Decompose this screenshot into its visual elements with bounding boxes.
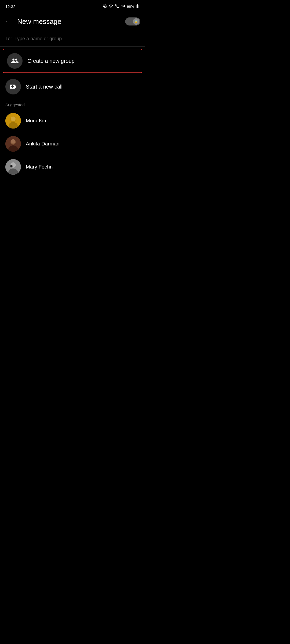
status-icons: 96% bbox=[102, 4, 140, 9]
lock-knob: 🔒 bbox=[133, 18, 139, 25]
contact-item-ankita-darman[interactable]: Ankita Darman bbox=[0, 132, 145, 155]
header-left: ← New message bbox=[5, 17, 61, 26]
svg-point-7 bbox=[11, 139, 15, 144]
start-call-button[interactable]: Start a new call bbox=[0, 75, 145, 98]
group-icon-circle bbox=[7, 53, 23, 69]
avatar-mora-kim bbox=[5, 113, 21, 129]
svg-point-12 bbox=[10, 165, 12, 167]
lock-toggle[interactable]: 🔒 bbox=[125, 17, 140, 25]
back-button[interactable]: ← bbox=[5, 17, 12, 26]
create-group-label: Create a new group bbox=[27, 58, 75, 64]
page-title: New message bbox=[17, 17, 61, 26]
recipient-input[interactable] bbox=[15, 36, 140, 42]
create-group-button[interactable]: Create a new group bbox=[3, 49, 142, 73]
header: ← New message 🔒 bbox=[0, 12, 145, 31]
mute-icon bbox=[102, 4, 107, 9]
contact-name-mora-kim: Mora Kim bbox=[26, 118, 48, 124]
to-label: To: bbox=[5, 36, 12, 42]
status-time: 12:32 bbox=[5, 4, 16, 9]
suggested-label: Suggested bbox=[0, 98, 145, 109]
to-field: To: bbox=[0, 31, 145, 47]
start-call-label: Start a new call bbox=[26, 84, 63, 90]
avatar-ankita-darman bbox=[5, 136, 21, 152]
video-call-icon-circle bbox=[5, 79, 21, 94]
lock-icon: 🔒 bbox=[134, 20, 138, 23]
group-icon bbox=[11, 57, 19, 65]
contact-name-mary-fechn: Mary Fechn bbox=[26, 164, 53, 170]
contact-name-ankita-darman: Ankita Darman bbox=[26, 141, 60, 147]
wifi-icon bbox=[108, 4, 113, 9]
signal-icon bbox=[121, 4, 126, 9]
contact-item-mary-fechn[interactable]: Mary Fechn bbox=[0, 155, 145, 178]
video-add-icon bbox=[9, 83, 17, 91]
status-bar: 12:32 96% bbox=[0, 0, 145, 12]
avatar-mary-fechn bbox=[5, 159, 21, 175]
call-icon bbox=[115, 4, 119, 9]
battery-level: 96% bbox=[127, 5, 134, 9]
contact-item-mora-kim[interactable]: Mora Kim bbox=[0, 109, 145, 132]
battery-icon bbox=[135, 4, 140, 9]
svg-point-3 bbox=[11, 116, 16, 121]
